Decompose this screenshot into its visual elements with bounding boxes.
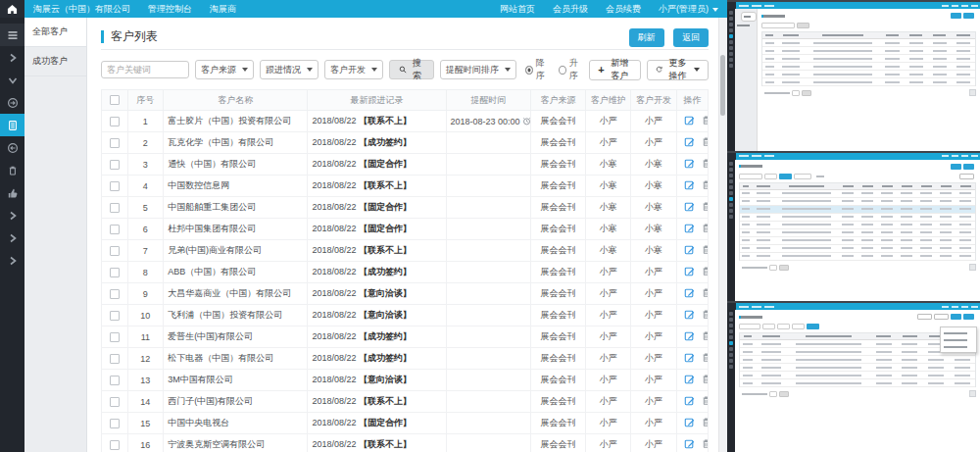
edit-button[interactable] [684, 374, 695, 386]
edit-button[interactable] [684, 115, 695, 127]
edit-button[interactable] [684, 417, 695, 429]
submenu-item-1[interactable]: 全部客户 [24, 18, 86, 47]
preview-screenshot-3[interactable] [727, 303, 980, 452]
nav-admin-console[interactable]: 管理控制台 [139, 0, 201, 18]
sidebar-menu-icon[interactable] [0, 24, 24, 46]
row-checkbox[interactable] [110, 160, 120, 170]
keyword-input[interactable] [101, 61, 189, 78]
customer-developer: 小严 [631, 391, 676, 413]
edit-button[interactable] [684, 158, 695, 171]
delete-button[interactable] [701, 179, 709, 192]
edit-button[interactable] [684, 223, 695, 235]
sidebar-trash-icon[interactable] [0, 159, 24, 181]
row-checkbox[interactable] [110, 376, 120, 385]
reminder-time [446, 348, 531, 370]
customer-name: 飞利浦（中国）投资有限公司 [164, 305, 308, 326]
row-checkbox[interactable] [110, 268, 120, 277]
row-checkbox[interactable] [110, 138, 120, 148]
sort-asc-radio[interactable]: 升序 [559, 57, 583, 82]
sidebar-chevron-right-icon[interactable] [0, 46, 24, 69]
row-checkbox[interactable] [110, 289, 120, 299]
sidebar-login-arrow-icon[interactable] [0, 91, 24, 114]
edit-button[interactable] [684, 287, 695, 300]
add-customer-button[interactable]: +新增客户 [589, 60, 641, 80]
delete-button[interactable] [701, 115, 709, 127]
row-checkbox[interactable] [110, 181, 120, 191]
nav-member-renew[interactable]: 会员续费 [597, 0, 650, 18]
edit-icon [684, 374, 695, 384]
sidebar-thumbs-up-icon[interactable] [0, 181, 24, 204]
search-button[interactable]: 搜索 [389, 60, 434, 79]
row-checkbox[interactable] [110, 332, 120, 342]
customer-name: 中国船舶重工集团公司 [164, 197, 308, 219]
edit-button[interactable] [684, 438, 695, 451]
row-number: 7 [127, 240, 164, 262]
edit-button[interactable] [684, 309, 695, 322]
delete-button[interactable] [701, 266, 709, 278]
table-row: 6杜邦中国集团有限公司2018/08/22 【固定合作】展会会刊小寒小寒 [102, 219, 709, 240]
preview-table-row [740, 190, 975, 198]
delete-button[interactable] [701, 438, 709, 451]
delete-button[interactable] [701, 309, 709, 322]
submenu-item-2[interactable]: 成功客户 [24, 47, 86, 76]
edit-button[interactable] [684, 179, 695, 192]
back-button[interactable]: 返回 [673, 28, 709, 47]
delete-button[interactable] [701, 201, 709, 214]
delete-button[interactable] [701, 244, 709, 257]
delete-button[interactable] [701, 395, 709, 408]
row-checkbox[interactable] [110, 354, 120, 364]
nav-taozhanshang[interactable]: 淘展商 [201, 0, 245, 18]
customer-develop-select[interactable]: 客户开发 [324, 60, 383, 79]
sidebar-chevron-right-icon[interactable] [0, 226, 24, 249]
row-checkbox[interactable] [110, 117, 120, 126]
latest-follow-up: 2018/08/22 【成功签约】 [308, 262, 446, 283]
reminder-time [446, 370, 531, 391]
row-checkbox[interactable] [110, 225, 120, 234]
row-number: 11 [127, 326, 164, 348]
preview-screenshot-1[interactable] [727, 2, 980, 151]
sidebar-chevron-right-icon[interactable] [0, 249, 24, 272]
edit-button[interactable] [684, 201, 695, 214]
row-checkbox[interactable] [110, 203, 120, 213]
nav-company-name[interactable]: 淘展云（中国）有限公司 [24, 0, 139, 18]
delete-button[interactable] [701, 136, 709, 149]
row-checkbox[interactable] [110, 440, 120, 450]
edit-button[interactable] [684, 244, 695, 257]
home-button[interactable] [0, 0, 24, 18]
follow-status-select[interactable]: 跟进情况 [260, 60, 318, 79]
delete-button[interactable] [701, 223, 709, 235]
select-all-checkbox[interactable] [110, 95, 120, 105]
refresh-button[interactable]: 刷新 [629, 28, 664, 47]
edit-button[interactable] [684, 330, 695, 343]
user-menu[interactable]: 小严(管理员) [650, 0, 727, 18]
customer-source-select[interactable]: 客户来源 [195, 60, 254, 79]
sidebar-chevron-right-icon[interactable] [0, 204, 24, 226]
row-checkbox[interactable] [110, 397, 120, 407]
edit-button[interactable] [684, 352, 695, 365]
preview-screenshot-2[interactable] [727, 153, 980, 302]
delete-button[interactable] [701, 374, 709, 386]
edit-button[interactable] [684, 136, 695, 149]
row-checkbox[interactable] [110, 246, 120, 256]
delete-button[interactable] [701, 417, 709, 429]
delete-button[interactable] [701, 330, 709, 343]
row-checkbox[interactable] [110, 419, 120, 428]
delete-button[interactable] [701, 352, 709, 365]
delete-button[interactable] [701, 158, 709, 171]
delete-button[interactable] [701, 287, 709, 300]
scrollbar-thumb[interactable] [720, 55, 725, 116]
nav-site-home[interactable]: 网站首页 [491, 0, 544, 18]
edit-icon [684, 223, 695, 233]
sidebar-logout-arrow-icon[interactable] [0, 136, 24, 159]
row-checkbox[interactable] [110, 311, 120, 321]
sidebar-customer-list-icon[interactable] [0, 114, 24, 136]
more-actions-button[interactable]: 更多操作 [647, 60, 709, 80]
edit-button[interactable] [684, 395, 695, 408]
nav-member-upgrade[interactable]: 会员升级 [544, 0, 597, 18]
sort-desc-radio[interactable]: 降序 [525, 57, 550, 82]
vertical-scrollbar[interactable] [718, 18, 727, 452]
reminder-sort-select[interactable]: 提醒时间排序 [440, 60, 516, 79]
sidebar-chevron-down-icon[interactable] [0, 69, 24, 91]
edit-button[interactable] [684, 266, 695, 278]
table-row: 8ABB（中国）有限公司2018/08/22 【成功签约】展会会刊小严小严 [102, 262, 709, 283]
